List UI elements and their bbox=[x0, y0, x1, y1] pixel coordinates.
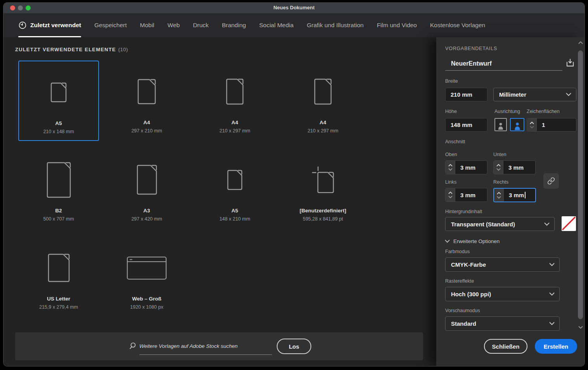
preset-card-a4[interactable]: A4210 x 297 mm bbox=[283, 61, 363, 141]
chevron-down-icon bbox=[497, 196, 501, 199]
bleed-bottom-decrement-button[interactable] bbox=[496, 168, 501, 171]
bleed-left-stepper: 3 mm bbox=[445, 188, 487, 202]
bleed-left-increment-button[interactable] bbox=[448, 191, 453, 194]
create-button[interactable]: Erstellen bbox=[535, 339, 577, 354]
preset-name: A5 bbox=[55, 120, 62, 126]
bleed-right-increment-button[interactable] bbox=[497, 192, 501, 195]
preset-name: B2 bbox=[55, 208, 62, 214]
save-preset-button[interactable] bbox=[564, 57, 577, 70]
bleed-left-value[interactable]: 3 mm bbox=[455, 188, 475, 202]
tab-mobil[interactable]: Mobil bbox=[140, 13, 154, 37]
chevron-down-icon bbox=[549, 263, 555, 266]
tab-gespeichert[interactable]: Gespeichert bbox=[94, 13, 127, 37]
color-mode-dropdown[interactable]: CMYK-Farbe bbox=[445, 257, 560, 272]
page-icon bbox=[137, 67, 156, 116]
unit-dropdown[interactable]: Millimeter bbox=[493, 88, 576, 101]
preset-card-a3[interactable]: A3297 x 420 mm bbox=[106, 149, 187, 229]
preset-card-a4[interactable]: A4297 x 210 mm bbox=[106, 61, 187, 141]
preset-dimensions: 595,28 x 841,89 pt bbox=[303, 216, 343, 222]
width-input[interactable]: 210 mm bbox=[445, 88, 487, 101]
transparency-diagonal-icon bbox=[562, 216, 576, 231]
bleed-right-value-text: 3 mm bbox=[509, 192, 524, 198]
background-content-value: Transparent (Standard) bbox=[451, 221, 515, 228]
bleed-bottom-stepper: 3 mm bbox=[493, 160, 536, 174]
section-heading-count: (10) bbox=[118, 47, 128, 52]
bleed-left-decrement-button[interactable] bbox=[448, 196, 453, 198]
scrollbar-thumb[interactable] bbox=[578, 50, 583, 319]
tab-label: Gespeichert bbox=[94, 22, 127, 29]
preset-card-us-letter[interactable]: US Letter215,9 x 279,4 mm bbox=[18, 237, 99, 317]
background-content-dropdown[interactable]: Transparent (Standard) bbox=[445, 217, 555, 231]
artboards-stepper: 1 bbox=[527, 118, 576, 132]
titlebar: Neues Dokument bbox=[3, 3, 585, 13]
tab-druck[interactable]: Druck bbox=[193, 13, 208, 37]
tab-zuletzt-verwendet[interactable]: Zuletzt verwendet bbox=[18, 13, 81, 37]
tab-label: Druck bbox=[193, 22, 208, 29]
bleed-top-label: Oben bbox=[445, 152, 457, 157]
section-heading: ZULETZT VERWENDETE ELEMENTE(10) bbox=[15, 47, 128, 52]
preset-card-a5[interactable]: A5210 x 148 mm bbox=[18, 61, 99, 141]
height-input[interactable]: 148 mm bbox=[445, 118, 487, 132]
link-bleed-values-button[interactable] bbox=[543, 173, 559, 189]
document-name-input[interactable] bbox=[445, 57, 562, 71]
go-button[interactable]: Los bbox=[277, 339, 311, 354]
page-icon bbox=[225, 67, 244, 116]
tab-social-media[interactable]: Social Media bbox=[259, 13, 294, 37]
bleed-top-decrement-button[interactable] bbox=[448, 168, 453, 171]
preset-dimensions: 148 x 210 mm bbox=[219, 216, 250, 222]
orientation-portrait-button[interactable] bbox=[494, 118, 507, 131]
preset-card-benutzerdefiniert[interactable]: [Benutzerdefiniert]595,28 x 841,89 pt bbox=[283, 149, 363, 229]
preset-card-b2[interactable]: B2500 x 707 mm bbox=[18, 149, 99, 229]
tab-web[interactable]: Web bbox=[168, 13, 180, 37]
artboards-increment-button[interactable] bbox=[530, 122, 534, 124]
stock-search-input[interactable] bbox=[139, 338, 272, 354]
tab-film-und-video[interactable]: Film und Video bbox=[377, 13, 417, 37]
bleed-right-decrement-button[interactable] bbox=[497, 196, 501, 199]
raster-effects-dropdown[interactable]: Hoch (300 ppi) bbox=[445, 287, 560, 301]
preview-mode-label: Vorschaumodus bbox=[445, 308, 480, 313]
landscape-person-icon bbox=[513, 121, 522, 130]
preset-name: A4 bbox=[143, 120, 150, 125]
scroll-up-icon[interactable] bbox=[578, 41, 583, 44]
preview-mode-value: Standard bbox=[451, 320, 476, 327]
portrait-person-icon bbox=[497, 121, 505, 130]
preset-card-web-gro[interactable]: Web – Groß1920 x 1080 px bbox=[106, 237, 187, 317]
preset-name: Web – Groß bbox=[132, 296, 161, 302]
preset-card-a4[interactable]: A4210 x 297 mm bbox=[194, 61, 275, 141]
advanced-options-toggle[interactable]: Erweiterte Optionen bbox=[445, 238, 500, 244]
bleed-bottom-increment-button[interactable] bbox=[496, 164, 501, 167]
preview-mode-dropdown[interactable]: Standard bbox=[445, 316, 560, 331]
artboards-decrement-button[interactable] bbox=[530, 126, 534, 129]
transparency-swatch[interactable] bbox=[562, 216, 576, 231]
scroll-down-icon[interactable] bbox=[578, 326, 583, 329]
preset-name: A3 bbox=[143, 208, 150, 214]
bleed-bottom-value[interactable]: 3 mm bbox=[503, 161, 524, 174]
orientation-landscape-button[interactable] bbox=[510, 118, 524, 131]
tab-kostenlose-vorlagen[interactable]: Kostenlose Vorlagen bbox=[430, 13, 485, 37]
tab-label: Social Media bbox=[259, 22, 294, 29]
tab-grafik-und-illustration[interactable]: Grafik und Illustration bbox=[307, 13, 363, 37]
preset-details-panel: VORGABENDETAILS Breite 210 mm Millimeter… bbox=[436, 37, 585, 367]
preset-card-a5[interactable]: A5148 x 210 mm bbox=[194, 149, 275, 229]
color-mode-label: Farbmodus bbox=[445, 249, 470, 254]
close-button[interactable]: Schließen bbox=[484, 339, 527, 354]
page-crop-marks-icon bbox=[311, 155, 335, 205]
bleed-top-increment-button[interactable] bbox=[448, 164, 453, 167]
chevron-down-icon bbox=[566, 93, 571, 96]
bleed-top-value[interactable]: 3 mm bbox=[455, 161, 475, 174]
clock-icon bbox=[18, 21, 27, 30]
section-heading-text: ZULETZT VERWENDETE ELEMENTE bbox=[15, 47, 116, 52]
raster-effects-value: Hoch (300 ppi) bbox=[451, 291, 491, 297]
bleed-left-label: Links bbox=[445, 179, 456, 185]
preset-name: A4 bbox=[231, 120, 238, 125]
chevron-down-icon bbox=[549, 292, 555, 296]
unit-dropdown-value: Millimeter bbox=[499, 91, 526, 98]
text-caret bbox=[525, 192, 526, 198]
artboards-value[interactable]: 1 bbox=[537, 118, 545, 131]
sidebar-scrollbar[interactable] bbox=[578, 40, 583, 330]
bleed-right-value[interactable]: 3 mm bbox=[504, 189, 526, 202]
preset-name: [Benutzerdefiniert] bbox=[300, 208, 346, 214]
tab-branding[interactable]: Branding bbox=[222, 13, 246, 37]
preset-dimensions: 210 x 297 mm bbox=[307, 128, 338, 134]
stock-search-field bbox=[139, 338, 272, 355]
